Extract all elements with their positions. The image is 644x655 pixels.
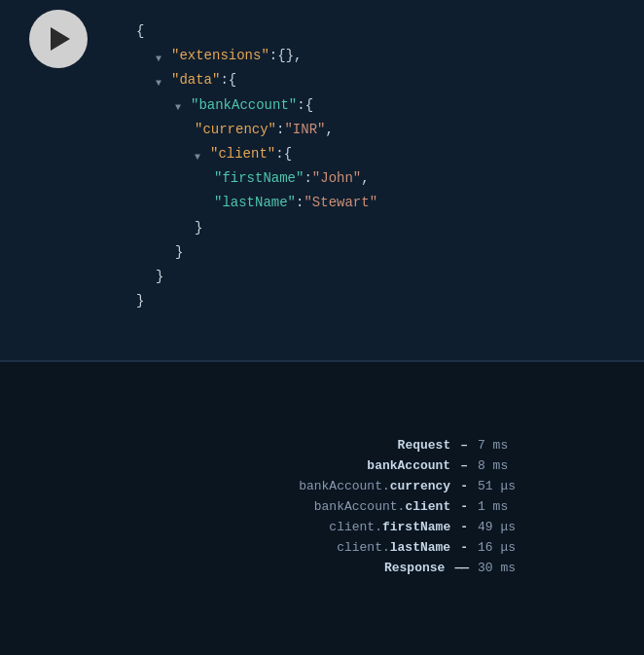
timing-value: 49 μs	[478, 520, 526, 534]
brace: {	[136, 19, 144, 44]
timing-separator: -	[460, 499, 468, 514]
timing-row-lastname: client.lastName - 16 μs	[118, 540, 526, 555]
timing-separator: -	[460, 540, 468, 555]
json-key: "extensions"	[171, 44, 269, 68]
json-line: }	[156, 265, 377, 289]
timing-row-client: bankAccount.client - 1 ms	[118, 499, 526, 514]
collapse-icon: ▼	[156, 75, 167, 87]
timing-row-request: Request – 7 ms	[118, 438, 526, 453]
timing-row-currency: bankAccount.currency - 51 μs	[118, 479, 526, 493]
timing-value: 51 μs	[478, 479, 526, 493]
play-button[interactable]	[29, 10, 88, 68]
json-key: "bankAccount"	[191, 93, 297, 118]
timing-label: bankAccount	[256, 458, 450, 473]
timing-separator: –	[460, 458, 468, 473]
json-panel: { ▼ "extensions" : {}, ▼ "data" : { ▼ "b…	[0, 0, 644, 360]
timing-label: client.lastName	[256, 540, 450, 555]
timing-value: 16 μs	[478, 540, 526, 555]
timing-value: 1 ms	[478, 499, 526, 514]
json-line: }	[195, 216, 377, 240]
json-line: ▼ "client" : {	[195, 142, 377, 166]
collapse-icon: ▼	[175, 99, 187, 111]
timing-label: bankAccount.client	[256, 499, 450, 514]
timing-label: Response	[250, 561, 445, 575]
json-line: ▼ "data" : {	[156, 68, 377, 92]
json-key: "firstName"	[214, 166, 304, 191]
collapse-icon: ▼	[156, 51, 167, 62]
timing-row-bankaccount: bankAccount – 8 ms	[118, 458, 526, 473]
json-line: }	[136, 289, 377, 313]
timing-row-response: Response —— 30 ms	[118, 561, 526, 575]
timing-table: Request – 7 ms bankAccount – 8 ms bankAc…	[118, 438, 526, 581]
timing-separator: ——	[454, 561, 468, 575]
json-value: "INR"	[284, 118, 325, 142]
json-key: "currency"	[195, 118, 276, 142]
json-line: ▼ "bankAccount" : {	[175, 93, 377, 118]
timing-label: Request	[256, 438, 450, 453]
json-line: "lastName" : "Stewart"	[214, 191, 377, 215]
timing-row-firstname: client.firstName - 49 μs	[118, 520, 526, 534]
timing-separator: –	[460, 438, 468, 453]
timing-label: client.firstName	[256, 520, 450, 534]
json-line: }	[175, 240, 377, 265]
json-line: ▼ "extensions" : {},	[156, 44, 377, 68]
collapse-icon: ▼	[195, 149, 206, 161]
timing-value: 7 ms	[478, 438, 526, 453]
json-line: {	[136, 19, 377, 44]
play-icon	[51, 27, 70, 51]
timing-label: bankAccount.currency	[256, 479, 450, 493]
json-value: "Stewart"	[304, 191, 377, 215]
timing-value: 8 ms	[478, 458, 526, 473]
json-line: "firstName" : "John" ,	[214, 166, 377, 191]
json-content: { ▼ "extensions" : {}, ▼ "data" : { ▼ "b…	[136, 10, 377, 313]
timing-value: 30 ms	[478, 561, 526, 575]
json-key: "client"	[210, 142, 275, 166]
play-button-container[interactable]	[29, 10, 88, 68]
json-key: "data"	[171, 68, 220, 92]
json-line: "currency" : "INR" ,	[195, 118, 377, 142]
json-value: "John"	[312, 166, 361, 191]
timing-separator: -	[460, 520, 468, 534]
timing-separator: -	[460, 479, 468, 493]
json-key: "lastName"	[214, 191, 296, 215]
timing-panel: Request – 7 ms bankAccount – 8 ms bankAc…	[0, 362, 644, 655]
